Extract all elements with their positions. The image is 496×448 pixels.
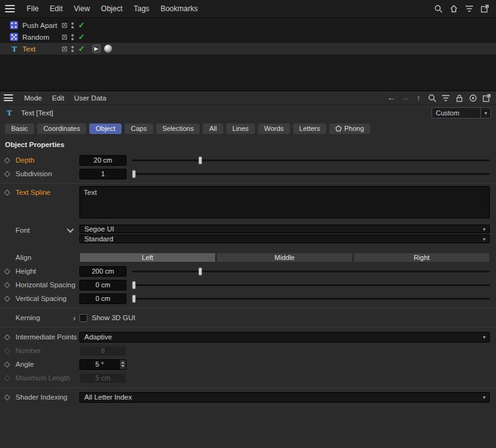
tab-phong[interactable]: Phong (329, 123, 370, 134)
object-row-push-apart[interactable]: Push Apart ✓ (0, 19, 496, 31)
enabled-check-icon[interactable]: ✓ (78, 33, 85, 41)
align-middle-button[interactable]: Middle (216, 253, 353, 262)
enable-toggle-icon[interactable] (62, 35, 67, 40)
menu-edit[interactable]: Edit (44, 0, 68, 18)
horizontal-spacing-input[interactable]: 0 cm (79, 280, 126, 290)
keyframe-diamond-icon[interactable] (4, 268, 11, 274)
enabled-check-icon[interactable]: ✓ (78, 45, 85, 53)
external-window-icon[interactable] (481, 92, 492, 103)
prop-label-shader-indexing[interactable]: Shader Indexing (16, 393, 68, 401)
preset-dropdown[interactable]: Custom ▼ (432, 107, 491, 119)
keyframe-diamond-icon[interactable] (4, 295, 11, 302)
text-spline-textarea[interactable]: Text (79, 186, 490, 218)
align-left-button[interactable]: Left (79, 253, 216, 262)
angle-input[interactable]: 5 ° (79, 359, 126, 370)
keyframe-diamond-icon[interactable] (4, 361, 11, 367)
hamburger-menu-icon[interactable] (5, 5, 15, 12)
keyframe-diamond-icon[interactable] (4, 171, 11, 177)
prop-label-align[interactable]: Align (16, 254, 32, 261)
tab-coordinates[interactable]: Coordinates (37, 123, 86, 134)
menu-user-data[interactable]: User Data (69, 94, 112, 102)
menu-bookmarks[interactable]: Bookmarks (155, 0, 203, 18)
intermediate-points-dropdown[interactable]: Adaptive ▼ (79, 332, 490, 343)
enable-toggle-icon[interactable] (62, 23, 67, 28)
visibility-dots-icon[interactable] (71, 22, 74, 29)
tab-selections[interactable]: Selections (156, 123, 200, 134)
chevron-down-icon[interactable] (67, 226, 74, 233)
tab-lines[interactable]: Lines (226, 123, 255, 134)
object-name[interactable]: Random (22, 34, 62, 41)
height-input[interactable]: 200 cm (79, 266, 126, 277)
up-icon[interactable]: ↑ (413, 92, 424, 103)
tag-icon[interactable] (92, 45, 100, 53)
keyframe-diamond-icon[interactable] (4, 394, 11, 400)
prop-label-vertical-spacing[interactable]: Vertical Spacing (16, 295, 66, 302)
show-3d-gui-label[interactable]: Show 3D GUI (92, 314, 135, 321)
align-right-button[interactable]: Right (353, 253, 490, 262)
object-name[interactable]: Push Apart (22, 22, 62, 29)
menu-edit-am[interactable]: Edit (47, 94, 69, 102)
object-name[interactable]: Text (22, 45, 62, 53)
keyframe-diamond-icon[interactable] (4, 157, 11, 163)
font-style-dropdown[interactable]: Standard ▼ (79, 235, 490, 243)
prop-label-intermediate-points[interactable]: Intermediate Points (16, 333, 77, 341)
home-icon[interactable] (448, 4, 459, 14)
search-icon[interactable] (427, 92, 438, 103)
font-family-value: Segoe UI (80, 225, 479, 233)
subdivision-slider[interactable] (132, 169, 490, 179)
filter-icon[interactable] (464, 4, 474, 14)
visibility-dots-icon[interactable] (71, 34, 74, 40)
material-tag-icon[interactable] (104, 45, 112, 53)
vertical-spacing-slider[interactable] (132, 293, 490, 304)
attribute-tabs: Basic Coordinates Object Caps Selections… (0, 121, 496, 136)
prop-label-font[interactable]: Font (16, 226, 30, 234)
menu-tags[interactable]: Tags (128, 0, 155, 18)
object-row-random[interactable]: Random ✓ (0, 31, 496, 43)
horizontal-spacing-slider[interactable] (132, 280, 490, 290)
visibility-dots-icon[interactable] (71, 46, 74, 52)
prop-label-depth[interactable]: Depth (16, 156, 35, 164)
filter-icon[interactable] (440, 92, 451, 103)
prop-row-height: Height 200 cm (0, 264, 496, 278)
subdivision-input[interactable]: 1 (79, 169, 126, 179)
font-family-dropdown[interactable]: Segoe UI ▼ (79, 225, 490, 233)
expander-chevron-icon[interactable]: › (73, 314, 76, 322)
show-3d-gui-checkbox[interactable] (79, 314, 87, 322)
object-row-text[interactable]: T Text ✓ (0, 43, 496, 55)
shader-indexing-dropdown[interactable]: All Letter Index ▼ (79, 392, 490, 403)
menu-view[interactable]: View (68, 0, 95, 18)
enable-toggle-icon[interactable] (62, 47, 67, 52)
tab-caps[interactable]: Caps (125, 123, 153, 134)
tab-words[interactable]: Words (258, 123, 290, 134)
depth-slider[interactable] (132, 155, 490, 166)
panel-menu-icon[interactable] (4, 94, 13, 101)
spinner-arrows-icon[interactable] (119, 360, 126, 369)
prop-label-subdivision[interactable]: Subdivision (16, 170, 52, 177)
lock-icon[interactable] (454, 92, 465, 103)
forward-icon[interactable]: → (399, 92, 410, 103)
menu-file[interactable]: File (21, 0, 44, 18)
prop-label-kerning[interactable]: Kerning (16, 314, 40, 321)
tab-letters[interactable]: Letters (293, 123, 327, 134)
tab-all[interactable]: All (203, 123, 223, 134)
keyframe-diamond-icon[interactable] (4, 189, 11, 195)
enabled-check-icon[interactable]: ✓ (78, 21, 85, 29)
vertical-spacing-input[interactable]: 0 cm (79, 293, 126, 304)
keyframe-diamond-icon[interactable] (4, 334, 11, 340)
prop-label-height[interactable]: Height (16, 267, 36, 275)
tab-object[interactable]: Object (89, 123, 122, 134)
menu-object[interactable]: Object (95, 0, 128, 18)
menu-mode[interactable]: Mode (19, 94, 47, 102)
focus-target-icon[interactable] (467, 92, 479, 103)
prop-label-text-spline[interactable]: Text Spline (16, 189, 50, 196)
tab-basic[interactable]: Basic (5, 123, 34, 134)
back-icon[interactable]: ← (386, 92, 397, 103)
depth-input[interactable]: 20 cm (79, 155, 126, 166)
height-slider[interactable] (132, 266, 490, 277)
keyframe-diamond-icon[interactable] (4, 282, 11, 288)
push-apart-effector-icon (10, 21, 19, 30)
prop-label-angle[interactable]: Angle (16, 361, 33, 368)
external-window-icon[interactable] (479, 4, 490, 14)
prop-label-horizontal-spacing[interactable]: Horizontal Spacing (16, 281, 76, 289)
search-icon[interactable] (433, 4, 443, 14)
